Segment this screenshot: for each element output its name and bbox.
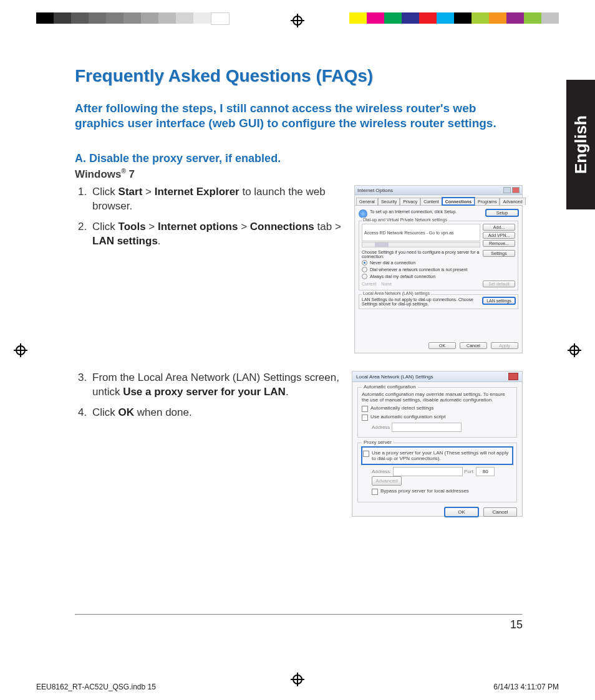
connection-list[interactable]: Access RD Network Resources - Go to vpn.… (362, 224, 480, 241)
close-icon[interactable] (508, 373, 518, 380)
checkbox-auto-detect[interactable] (362, 406, 368, 412)
registration-mark-icon (568, 343, 581, 357)
imprint-footer: EEU8162_RT-AC52U_QSG.indb 15 6/14/13 4:1… (36, 683, 559, 691)
globe-icon (359, 209, 367, 218)
auto-config-text: Automatic configuration may override man… (362, 391, 513, 403)
step-2: Click Tools > Internet options > Connect… (90, 220, 343, 249)
checkbox-auto-script[interactable] (362, 415, 368, 421)
color-swatch-bars (349, 12, 559, 25)
radio-never-dial[interactable] (362, 260, 367, 266)
os-label: Windows® 7 (75, 168, 523, 181)
tab-general[interactable]: General (356, 198, 378, 205)
dialog-tabs: General Security Privacy Content Connect… (355, 195, 522, 206)
step-1: Click Start > Internet Explorer to launc… (90, 185, 343, 214)
group-dialup-label: Dial-up and Virtual Private Network sett… (362, 218, 448, 222)
tab-security[interactable]: Security (378, 198, 400, 205)
registration-mark-icon (291, 14, 304, 27)
tab-privacy[interactable]: Privacy (400, 198, 420, 205)
tab-content[interactable]: Content (420, 198, 442, 205)
group-proxy-label: Proxy server (362, 439, 394, 445)
proxy-address-input[interactable] (393, 467, 463, 476)
lan-text: LAN Settings do not apply to dial-up con… (362, 297, 480, 306)
proxy-port-input[interactable]: 80 (476, 467, 495, 476)
footer-rule (75, 614, 523, 615)
group-auto-label: Automatic configuration (362, 384, 418, 390)
step-4: Click OK when done. (90, 406, 341, 420)
radio-always-dial[interactable] (362, 274, 367, 279)
section-a-heading: A. Disable the proxy server, if enabled. (75, 152, 523, 165)
port-label: Port: (464, 469, 475, 474)
address-label: Address (372, 424, 390, 430)
cancel-button[interactable]: Cancel (460, 342, 487, 349)
scrollbar[interactable] (362, 242, 480, 247)
faq-question: After following the steps, I still canno… (75, 101, 523, 131)
current-label: Current (362, 282, 376, 286)
ok-button[interactable]: OK (428, 342, 456, 349)
tab-connections[interactable]: Connections (442, 198, 475, 205)
help-icon[interactable] (503, 187, 511, 193)
close-icon[interactable] (512, 187, 520, 193)
page-number: 15 (510, 618, 523, 631)
imprint-filename: EEU8162_RT-AC52U_QSG.indb 15 (36, 683, 156, 691)
cancel-button[interactable]: Cancel (483, 507, 517, 517)
current-value: None (381, 282, 392, 286)
registration-mark-icon (14, 343, 27, 357)
setup-text: To set up an Internet connection, click … (370, 209, 483, 214)
page-title: Frequently Asked Questions (FAQs) (75, 66, 523, 86)
grayscale-bars (36, 12, 230, 25)
script-address-input[interactable] (392, 423, 462, 432)
lan-settings-button[interactable]: LAN settings (483, 297, 515, 304)
radio-dial-when[interactable] (362, 267, 367, 272)
imprint-timestamp: 6/14/13 4:11:07 PM (493, 683, 559, 691)
advanced-button[interactable]: Advanced (372, 476, 402, 486)
choose-settings-text: Choose Settings if you need to configure… (362, 250, 480, 259)
tab-advanced[interactable]: Advanced (500, 198, 525, 205)
checkbox-bypass-proxy[interactable] (372, 489, 378, 495)
setup-button[interactable]: Setup (486, 209, 518, 216)
dialog-title: Local Area Network (LAN) Settings (356, 374, 433, 380)
internet-options-dialog: Internet Options General Security Privac… (354, 185, 523, 353)
settings-button[interactable]: Settings (483, 250, 515, 257)
tab-programs[interactable]: Programs (475, 198, 500, 205)
lan-settings-dialog: Local Area Network (LAN) Settings Automa… (352, 371, 523, 517)
step-3: From the Local Area Network (LAN) Settin… (90, 371, 341, 400)
dialog-title: Internet Options (357, 188, 393, 193)
language-tab: English (566, 80, 595, 209)
remove-button[interactable]: Remove... (483, 240, 515, 247)
apply-button[interactable]: Apply (491, 342, 518, 349)
add-vpn-button[interactable]: Add VPN... (483, 232, 515, 239)
add-button[interactable]: Add... (483, 224, 515, 231)
checkbox-use-proxy[interactable] (363, 451, 369, 457)
set-default-button[interactable]: Set default (483, 280, 515, 287)
ok-button[interactable]: OK (445, 507, 478, 517)
group-lan-label: Local Area Network (LAN) settings (362, 291, 431, 295)
address-label: Address: (372, 469, 392, 474)
